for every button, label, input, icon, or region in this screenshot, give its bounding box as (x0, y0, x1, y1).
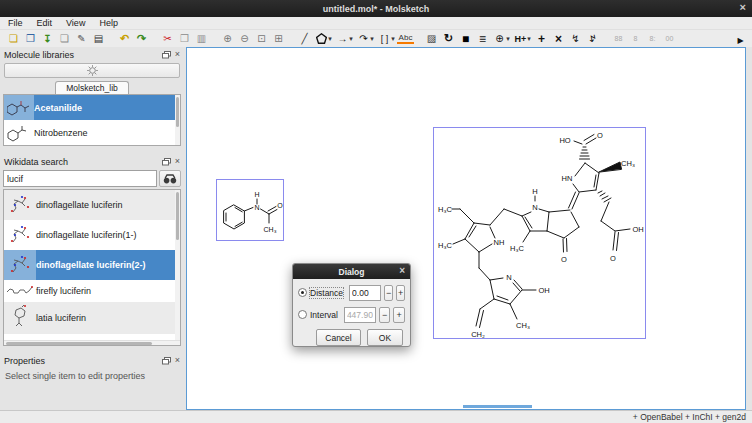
copy-icon[interactable]: ❐ (176, 31, 193, 46)
dots-tool-icon-a[interactable]: 88 (610, 31, 627, 46)
list-item-nitrobenzene[interactable]: Nitrobenzene (4, 120, 180, 145)
molecule-libraries-header: Molecule libraries × (1, 47, 183, 62)
mechanism-hatch-icon[interactable]: ▨ (423, 31, 440, 46)
distance-value-field[interactable] (349, 285, 381, 301)
tab-molsketch-lib[interactable]: Molsketch_lib (55, 81, 129, 94)
atom-label: OH (632, 225, 643, 234)
list-item-latia-luciferin[interactable]: latia luciferin (4, 302, 180, 334)
print-icon[interactable]: ▤ (90, 31, 107, 46)
atom-label: OH (538, 286, 549, 295)
binoculars-icon (163, 170, 177, 188)
ok-button[interactable]: OK (367, 329, 403, 346)
atom-label: O (610, 254, 616, 263)
molecule-libraries-panel: Molecule libraries × Molsketch_lib Aceta… (1, 47, 183, 153)
close-panel-icon[interactable]: × (175, 157, 180, 166)
line-width-icon[interactable]: ≡ (474, 31, 491, 46)
electron-flow-alt-icon[interactable]: ↯ (584, 31, 601, 46)
dots-tool-icon-c[interactable]: 8: (644, 31, 661, 46)
new-file-icon[interactable]: ❏ (5, 31, 22, 46)
acetanilide-selection-rect[interactable]: H N O CH₃ (216, 179, 284, 241)
list-item-dinoflagellate-luciferin[interactable]: dinoflagellate luciferin (4, 190, 180, 220)
bracket-dropdown-icon[interactable]: ▾ (389, 31, 397, 46)
canvas-hscroll-indicator[interactable] (463, 405, 532, 408)
zoom-out-icon[interactable]: ⊖ (236, 31, 253, 46)
list-item-dinoflagellate-luciferin-1[interactable]: dinoflagellate luciferin(1-) (4, 220, 180, 250)
dots-tool-icon-d[interactable]: 00 (661, 31, 678, 46)
atom-label: N (532, 203, 537, 212)
connect-tool-icon[interactable]: + (533, 31, 550, 46)
atom-label: H₃C (438, 241, 452, 250)
atom-label: HO (559, 136, 570, 145)
save-file-icon[interactable]: ↧ (39, 31, 56, 46)
menu-view[interactable]: View (66, 18, 85, 28)
list-item-dinoflagellate-luciferin-2[interactable]: dinoflagellate luciferin(2-) (4, 250, 180, 280)
ring-dropdown-icon[interactable]: ▾ (326, 31, 334, 46)
dialog-titlebar[interactable]: Dialog × (293, 264, 410, 279)
float-panel-icon[interactable] (162, 357, 171, 365)
undo-icon[interactable]: ↶ (116, 31, 133, 46)
rotate-icon[interactable]: ↻ (440, 31, 457, 46)
wikidata-list-vscrollbar[interactable] (175, 190, 180, 345)
panel-title: Wikidata search (4, 157, 158, 167)
library-list-scrollbar[interactable] (175, 95, 180, 145)
charge-dropdown-icon[interactable]: ▾ (504, 31, 512, 46)
hydrogen-dropdown-icon[interactable]: ▾ (525, 31, 533, 46)
interval-value-field[interactable] (344, 307, 376, 323)
close-panel-icon[interactable]: × (175, 356, 180, 365)
search-button[interactable] (159, 170, 181, 187)
export-icon[interactable]: ✎ (73, 31, 90, 46)
draw-bond-icon[interactable]: ╱ (296, 31, 313, 46)
menu-edit[interactable]: Edit (37, 18, 53, 28)
float-panel-icon[interactable] (162, 51, 171, 59)
color-swatch-icon[interactable]: ■ (457, 31, 474, 46)
redo-icon[interactable]: ↷ (133, 31, 150, 46)
interval-radio[interactable] (298, 310, 307, 319)
cancel-button[interactable]: Cancel (316, 329, 361, 346)
luciferin-structure: HO O HN CH₃ H N H₃C H₃C NH H₃C O OH O N … (434, 128, 647, 340)
interval-increment-button[interactable]: + (393, 307, 405, 323)
molecule-thumbnail (4, 280, 36, 302)
distance-decrement-button[interactable]: − (384, 285, 393, 301)
cut-icon[interactable]: ✂ (159, 31, 176, 46)
panel-title: Molecule libraries (4, 50, 158, 60)
curved-arrow-dropdown-icon[interactable]: ▾ (368, 31, 376, 46)
text-tool-icon[interactable]: Abc (397, 33, 414, 44)
luciferin-selection-rect[interactable]: HO O HN CH₃ H N H₃C H₃C NH H₃C O OH O N … (433, 127, 646, 339)
list-item-acetanilide[interactable]: Acetanilide (4, 95, 180, 120)
atom-label: H (532, 187, 537, 196)
paste-icon[interactable]: ▥ (193, 31, 210, 46)
arrow-dropdown-icon[interactable]: ▾ (347, 31, 355, 46)
zoom-original-icon[interactable]: ⊡ (253, 31, 270, 46)
dialog-close-button[interactable]: × (399, 265, 405, 276)
float-panel-icon[interactable] (162, 158, 171, 166)
drawing-canvas[interactable]: H N O CH₃ (186, 47, 746, 410)
menu-file[interactable]: File (8, 18, 23, 28)
distance-increment-button[interactable]: + (396, 285, 405, 301)
search-input[interactable] (3, 170, 157, 187)
dots-tool-icon-b[interactable]: 8 (627, 31, 644, 46)
atom-label: HN (562, 174, 573, 183)
library-settings-button[interactable] (4, 63, 180, 78)
atom-label: N (254, 204, 259, 211)
toolbar-overflow-icon[interactable]: ▶ (732, 33, 749, 48)
distance-radio[interactable] (298, 288, 307, 297)
wikidata-list-hscrollbar[interactable] (4, 340, 180, 345)
window-close-button[interactable]: × (740, 1, 746, 13)
save-as-icon[interactable]: ❏ (56, 31, 73, 46)
list-item-label: dinoflagellate luciferin(2-) (36, 260, 146, 270)
delete-tool-icon[interactable]: × (550, 31, 567, 46)
statusbar: + OpenBabel + InChI + gen2d (0, 410, 752, 423)
zoom-fit-icon[interactable]: ⊞ (270, 31, 287, 46)
distance-radio-label[interactable]: Distance (310, 288, 343, 298)
open-file-icon[interactable]: ❐ (22, 31, 39, 46)
interval-radio-label[interactable]: Interval (310, 310, 338, 320)
electron-flow-icon[interactable]: ↯ (567, 31, 584, 46)
panel-title: Properties (4, 356, 158, 366)
list-item-label: Acetanilide (34, 103, 82, 113)
menu-help[interactable]: Help (99, 18, 118, 28)
interval-decrement-button[interactable]: − (379, 307, 391, 323)
list-item-firefly-luciferin[interactable]: firefly luciferin (4, 280, 180, 302)
properties-panel: Properties × Select single item to edit … (1, 353, 183, 410)
close-panel-icon[interactable]: × (175, 50, 180, 59)
zoom-in-icon[interactable]: ⊕ (219, 31, 236, 46)
